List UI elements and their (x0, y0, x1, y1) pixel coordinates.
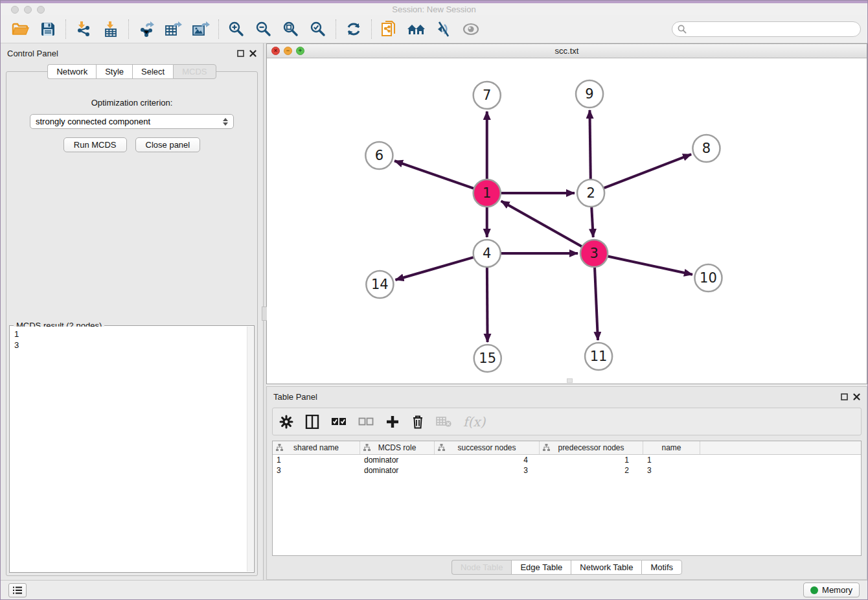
graph-node-label-8: 8 (702, 140, 711, 156)
column-header-predecessor-nodes[interactable]: predecessor nodes (540, 441, 643, 454)
gear-icon[interactable] (279, 415, 293, 429)
tree-icon (276, 444, 283, 451)
function-builder-icon[interactable]: f(x) (463, 414, 485, 430)
dropdown-stepper-icon (223, 118, 228, 126)
float-table-panel-icon[interactable] (841, 393, 848, 400)
network-window-title: scc.txt (555, 46, 579, 56)
result-line: 3 (14, 340, 19, 350)
status-bar: Memory (1, 580, 867, 599)
column-header-mcds-role[interactable]: MCDS role (360, 441, 435, 454)
tab-edge-table[interactable]: Edge Table (511, 560, 571, 575)
table-header: shared name MCDS role successor nodes (273, 441, 861, 455)
tab-select[interactable]: Select (132, 64, 173, 79)
window-titlebar: Session: New Session (1, 1, 867, 15)
column-header-successor-nodes[interactable]: successor nodes (435, 441, 540, 454)
cell-mcds-role[interactable]: dominator (360, 466, 435, 475)
tab-mcds[interactable]: MCDS (173, 64, 216, 79)
cell-mcds-role[interactable]: dominator (360, 456, 435, 465)
graphics-details-icon[interactable] (430, 17, 457, 41)
optimization-criterion-select[interactable]: strongly connected component (30, 114, 234, 129)
selected-option: strongly connected component (36, 117, 223, 126)
result-scrollbar[interactable] (247, 327, 253, 571)
save-icon[interactable] (34, 17, 62, 41)
export-network-icon[interactable] (133, 17, 160, 41)
column-header-shared-name[interactable]: shared name (273, 441, 360, 454)
tree-icon (438, 444, 445, 451)
tab-network-table[interactable]: Network Table (571, 560, 641, 575)
network-graph[interactable]: 7968124314101511 (267, 58, 867, 384)
close-table-panel-icon[interactable] (853, 393, 860, 400)
task-history-button[interactable] (8, 583, 27, 597)
graph-edge-2-9[interactable] (589, 110, 590, 181)
mcds-result-text[interactable]: 13 (10, 327, 247, 571)
graph-edge-1-6[interactable] (394, 161, 475, 189)
application-window: Session: New Session (0, 0, 868, 600)
memory-button[interactable]: Memory (803, 583, 860, 597)
search-input[interactable] (691, 25, 855, 34)
graph-edge-3-10[interactable] (606, 256, 692, 275)
table-tabs: Node Table Edge Table Network Table Moti… (267, 556, 867, 579)
tree-icon (543, 444, 550, 451)
zoom-out-icon[interactable] (250, 17, 277, 41)
cell-successor-nodes[interactable]: 4 (435, 456, 540, 465)
zoom-in-icon[interactable] (223, 17, 250, 41)
cell-predecessor-nodes[interactable]: 1 (540, 456, 643, 465)
cell-successor-nodes[interactable]: 3 (435, 466, 540, 475)
network-window-titlebar[interactable]: × − + scc.txt (267, 44, 867, 58)
graph-node-label-4: 4 (483, 245, 491, 261)
table-row[interactable]: 1 dominator 4 1 1 (273, 455, 861, 465)
graph-node-label-9: 9 (585, 86, 593, 102)
network-close-icon[interactable]: × (271, 47, 280, 55)
canvas-grip[interactable] (567, 378, 573, 383)
eye-icon[interactable] (457, 17, 485, 41)
main-toolbar (1, 15, 867, 43)
float-panel-icon[interactable] (237, 50, 244, 57)
import-table-icon[interactable] (97, 17, 124, 41)
table-panel: Table Panel (266, 386, 867, 580)
column-header-name[interactable]: name (643, 441, 700, 454)
delete-table-icon[interactable] (436, 416, 451, 428)
network-window: × − + scc.txt 7968124314101511 (266, 43, 867, 384)
network-minimize-icon[interactable]: − (284, 47, 292, 55)
cell-predecessor-nodes[interactable]: 2 (540, 466, 643, 475)
trash-icon[interactable] (411, 415, 424, 429)
cell-shared-name[interactable]: 3 (273, 466, 360, 475)
first-neighbors-icon[interactable] (403, 17, 430, 41)
split-panel-icon[interactable] (305, 415, 319, 429)
cell-name[interactable]: 1 (643, 456, 700, 465)
graph-edge-3-1[interactable] (501, 201, 584, 247)
deselect-all-columns-icon[interactable] (358, 417, 374, 426)
tab-node-table[interactable]: Node Table (451, 560, 512, 575)
tab-style[interactable]: Style (96, 64, 132, 79)
export-image-icon[interactable] (187, 17, 214, 41)
select-all-columns-icon[interactable] (331, 417, 347, 426)
graph-edge-2-3[interactable] (591, 205, 593, 237)
table-row[interactable]: 3 dominator 3 2 3 (273, 465, 861, 476)
graph-edge-4-15[interactable] (487, 266, 488, 342)
split-divider[interactable] (263, 43, 266, 580)
mcds-result-box: MCDS result (2 nodes) 13 (9, 325, 255, 573)
node-table: shared name MCDS role successor nodes (272, 441, 862, 556)
import-network-icon[interactable] (70, 17, 97, 41)
tab-network[interactable]: Network (47, 64, 96, 79)
add-column-icon[interactable] (385, 415, 400, 429)
close-panel-icon[interactable] (249, 50, 257, 57)
refresh-layout-icon[interactable] (340, 17, 367, 41)
result-line: 1 (14, 329, 19, 339)
cell-name[interactable]: 3 (643, 466, 700, 475)
list-icon (12, 586, 23, 595)
graph-edge-3-11[interactable] (595, 266, 598, 340)
network-canvas[interactable]: 7968124314101511 (267, 58, 867, 384)
open-folder-icon[interactable] (7, 17, 34, 41)
tab-motifs[interactable]: Motifs (641, 560, 682, 575)
close-panel-button[interactable]: Close panel (135, 137, 201, 152)
zoom-fit-icon[interactable] (277, 17, 304, 41)
network-maximize-icon[interactable]: + (296, 47, 304, 55)
cell-shared-name[interactable]: 1 (273, 456, 360, 465)
clone-network-icon[interactable] (376, 17, 403, 41)
graph-edge-4-14[interactable] (395, 257, 475, 280)
zoom-selected-icon[interactable] (304, 17, 332, 41)
graph-edge-2-8[interactable] (602, 154, 691, 189)
export-table-icon[interactable] (160, 17, 187, 41)
run-mcds-button[interactable]: Run MCDS (63, 137, 127, 152)
